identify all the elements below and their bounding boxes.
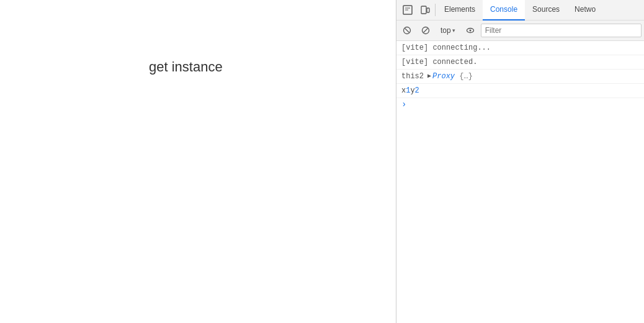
eye-icon[interactable] — [462, 22, 478, 39]
context-selector[interactable]: top ▾ — [436, 24, 460, 37]
context-arrow-icon: ▾ — [452, 27, 455, 34]
tab-console[interactable]: Console — [483, 0, 525, 20]
xy-y-value: 2 — [415, 85, 419, 96]
proxy-expand-arrow-icon[interactable]: ▶ — [427, 71, 431, 82]
console-prompt-line[interactable]: › — [396, 98, 644, 111]
tab-network[interactable]: Netwo — [567, 0, 603, 20]
context-label: top — [441, 26, 451, 35]
console-output: [vite] connecting... [vite] connected. t… — [396, 41, 644, 323]
proxy-prefix: this2 — [401, 71, 424, 82]
svg-line-6 — [424, 29, 428, 33]
console-toolbar: top ▾ — [396, 20, 644, 41]
console-line-vite-connecting: [vite] connecting... — [396, 41, 644, 55]
svg-rect-2 — [427, 8, 429, 12]
devtools-tab-bar: Elements Console Sources Netwo — [396, 0, 644, 20]
console-clear-icon[interactable] — [399, 22, 415, 39]
tab-elements[interactable]: Elements — [437, 0, 483, 20]
device-icon[interactable] — [416, 0, 434, 20]
inspect-icon[interactable] — [399, 0, 416, 20]
page-heading: get instance — [149, 59, 223, 75]
console-line-xy: x 1 y 2 — [396, 84, 644, 98]
proxy-keyword: Proxy — [432, 71, 455, 82]
console-line-proxy[interactable]: this2 ▶ Proxy {…} — [396, 70, 644, 84]
xy-x-value: 1 — [406, 85, 410, 96]
vite-connecting-text: [vite] connecting... — [401, 42, 491, 53]
main-page: get instance — [0, 0, 396, 323]
tab-separator-1 — [435, 4, 436, 16]
filter-input[interactable] — [481, 24, 642, 37]
console-line-vite-connected: [vite] connected. — [396, 55, 644, 70]
xy-x-label: x — [401, 85, 406, 96]
devtools-panel: Elements Console Sources Netwo top ▾ — [396, 0, 644, 323]
svg-point-8 — [469, 30, 471, 32]
tab-sources[interactable]: Sources — [525, 0, 567, 20]
xy-middle: y — [410, 85, 414, 96]
vite-connected-text: [vite] connected. — [401, 57, 477, 68]
svg-rect-1 — [421, 6, 426, 14]
console-prompt-icon: › — [401, 99, 406, 109]
proxy-preview: {…} — [455, 71, 473, 82]
svg-line-4 — [405, 29, 409, 33]
console-stop-icon[interactable] — [418, 22, 434, 39]
